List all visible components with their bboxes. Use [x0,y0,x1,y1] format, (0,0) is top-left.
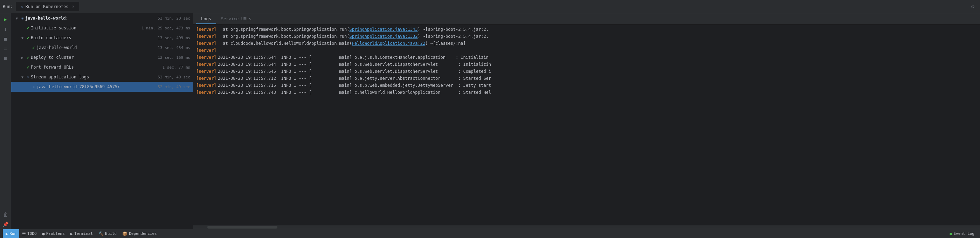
log-line: [server] at org.springframework.boot.Spr… [193,33,980,40]
run-button[interactable]: ▶ [1,15,10,24]
tree-item-java-hello-world-sub[interactable]: ✔ java-hello-world 13 sec, 454 ms [11,43,193,52]
tree-label: Initialize session [31,25,139,30]
title-bar: Run: ✳ Run on Kubernetes ✕ ⚙ [0,0,980,13]
tree-label: Build containers [31,35,155,40]
expand-button[interactable]: ⊞ [1,54,10,63]
tree-icon-check: ✔ [25,35,31,41]
log-server-tag: [server] [196,47,216,54]
log-line: [server] 2021-08-23 19:11:57.645 INFO 1 … [193,68,980,75]
scrollbar-thumb[interactable] [207,226,277,228]
log-line: [server] 2021-08-23 19:11:57.644 INFO 1 … [193,54,980,61]
tree-arrow-empty [20,64,25,70]
terminal-icon: ▶ [70,232,73,236]
tree-item-initialize-session[interactable]: ✔ Initialize session 1 min, 25 sec, 473 … [11,23,193,33]
todo-icon: ☰ [22,232,26,236]
tree-panel: ▼ ✳ java-hello-world: 53 min, 20 sec ✔ I… [11,13,193,229]
stop-button[interactable]: ■ [1,34,10,43]
status-run[interactable]: ▶ Run [3,229,19,238]
status-terminal[interactable]: ▶ Terminal [68,229,95,238]
tree-time: 53 min, 20 sec [158,16,190,21]
log-panel: Logs Service URLs [server] at org.spring… [193,13,980,229]
problems-icon: ● [42,232,45,236]
tree-icon-spin: ✳ [25,74,31,80]
pin-button[interactable]: 📌 [1,220,10,229]
status-terminal-label: Terminal [74,232,93,236]
event-log-icon: ● [950,232,952,236]
log-content[interactable]: [server] at org.springframework.boot.Spr… [193,24,980,225]
tree-label: java-hello-world: [25,16,155,21]
run-tab[interactable]: ✳ Run on Kubernetes ✕ [16,2,79,11]
tree-label: Deploy to cluster [31,55,155,60]
tab-logs[interactable]: Logs [196,14,216,24]
tree-arrow-collapse: ▼ [20,35,25,41]
tree-item-java-hello-world[interactable]: ▼ ✳ java-hello-world: 53 min, 20 sec [11,13,193,23]
status-run-label: Run [10,232,16,236]
log-server-tag: [server] [196,75,216,81]
tree-label: java-hello-world [37,45,155,50]
status-problems[interactable]: ● Problems [40,229,68,238]
log-line: [server] at cloudcode.helloworld.HelloWo… [193,40,980,47]
horizontal-scrollbar[interactable] [193,225,980,229]
tree-time: 13 sec, 499 ms [158,36,190,40]
tree-item-build-containers[interactable]: ▼ ✔ Build containers 13 sec, 499 ms [11,33,193,43]
tree-label: Port forward URLs [31,65,160,70]
tree-time: 13 sec, 454 ms [158,46,190,50]
log-text: 2021-08-23 19:11:57.743 INFO 1 --- [ mai… [218,89,491,95]
log-server-tag: [server] [196,68,216,75]
status-event-log[interactable]: ● Event Log [947,229,977,238]
tree-icon-check: ✔ [25,55,31,60]
log-server-tag: [server] [196,89,216,95]
tree-item-stream-application-logs[interactable]: ▼ ✳ Stream application logs 52 min, 49 s… [11,72,193,82]
tree-arrow-expand: ▶ [20,55,25,60]
tree-label: java-hello-world-78f85d9569-4575r [37,84,155,89]
event-log-label: Event Log [953,232,974,236]
tree-item-port-forward-urls[interactable]: ✔ Port forward URLs 1 sec, 77 ms [11,62,193,72]
tree-arrow-collapse: ▼ [20,74,25,80]
kubernetes-icon: ✳ [21,4,24,9]
settings-icon[interactable]: ⚙ [971,3,974,10]
log-text: at cloudcode.helloworld.HelloWorldApplic… [218,40,466,46]
status-todo[interactable]: ☰ TODO [19,229,40,238]
log-line: [server] [193,47,980,54]
tree-item-deploy-to-cluster[interactable]: ▶ ✔ Deploy to cluster 12 sec, 169 ms [11,52,193,62]
log-line: [server] 2021-08-23 19:11:57.743 INFO 1 … [193,89,980,96]
status-deps-label: Dependencies [129,232,157,236]
tab-close-button[interactable]: ✕ [72,4,75,9]
log-server-tag: [server] [196,61,216,68]
log-line: [server] at org.springframework.boot.Spr… [193,26,980,33]
log-line: [server] 2021-08-23 19:11:57.715 INFO 1 … [193,82,980,89]
clear-button[interactable]: 🗑 [1,210,10,219]
tree-time: 12 sec, 169 ms [158,55,190,60]
scroll-down-button[interactable]: ↓ [1,24,10,33]
tree-icon-check: ✔ [25,64,31,70]
tab-bar: Logs Service URLs [193,13,980,24]
status-todo-label: TODO [27,232,37,236]
log-server-tag: [server] [196,40,216,46]
tree-item-java-hello-world-stream[interactable]: ✳ java-hello-world-78f85d9569-4575r 52 m… [11,82,193,92]
tree-arrow-empty [25,84,31,90]
run-label: Run: [3,4,13,9]
tree-time: 1 sec, 77 ms [162,65,190,70]
log-line: [server] 2021-08-23 19:11:57.712 INFO 1 … [193,75,980,82]
log-line: [server] 2021-08-23 19:11:57.644 INFO 1 … [193,61,980,68]
log-server-tag: [server] [196,82,216,89]
run-icon: ▶ [6,232,8,236]
log-text: at org.springframework.boot.SpringApplic… [218,26,488,33]
tree-icon-spin: ✳ [31,84,37,90]
left-toolbar: ▶ ↓ ■ ≡ ⊞ 🗑 📌 [0,13,11,229]
tree-icon-check: ✔ [31,45,37,51]
status-bar: ▶ Run ☰ TODO ● Problems ▶ Terminal 🔨 Bui… [0,229,980,238]
status-dependencies[interactable]: 📦 Dependencies [119,229,159,238]
tab-service-urls[interactable]: Service URLs [216,14,256,24]
log-text: 2021-08-23 19:11:57.644 INFO 1 --- [ mai… [218,61,491,68]
tree-icon-check: ✔ [25,25,31,31]
build-icon: 🔨 [99,232,104,236]
log-text: 2021-08-23 19:11:57.715 INFO 1 --- [ mai… [218,82,491,89]
main-area: ▶ ↓ ■ ≡ ⊞ 🗑 📌 ▼ ✳ java-hello-world: 53 m… [0,13,980,229]
tree-time: 52 min, 49 sec [158,75,190,79]
log-server-tag: [server] [196,26,216,33]
deps-icon: 📦 [122,232,127,236]
log-server-tag: [server] [196,33,216,40]
status-build[interactable]: 🔨 Build [95,229,119,238]
filter-button[interactable]: ≡ [1,44,10,53]
